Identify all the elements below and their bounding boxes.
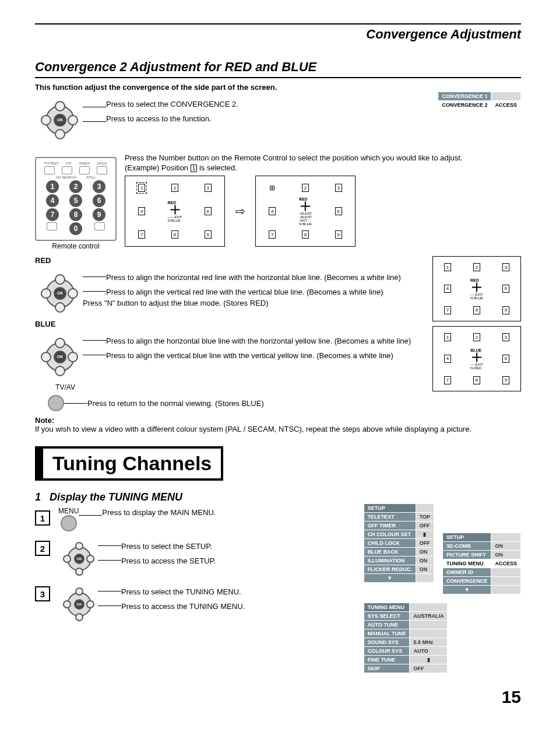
red-instr-3: Press "N" button to adjust the blue mode… [83, 299, 401, 307]
position-grid-after: ⊞23 4 RED–ADJUST–ADJUST–EXITN-BLUE 6 789 [255, 176, 356, 247]
remote-instr-2: (Example) Position 1 is selected. [125, 163, 521, 172]
page-number: 15 [35, 687, 521, 707]
tuning-menu-table: TUNING MENU SYS SELECTAUSTRALIA AUTO TUN… [364, 603, 448, 673]
red-heading: RED [35, 256, 424, 265]
section-1-intro: This function adjust the convergence of … [35, 83, 521, 92]
dpad-icon: OK [62, 585, 94, 622]
substep-3a-instr: Press to select the TUNING MENU. [121, 587, 241, 596]
arrow-right-icon: ⇨ [233, 204, 247, 218]
substep-1-instr: Press to display the MAIN MENU. [102, 508, 216, 517]
tvav-button-icon [48, 395, 64, 411]
remote-instr-1: Press the Number button on the Remote Co… [125, 153, 521, 162]
section-1-title: Convergence 2 Adjustment for RED and BLU… [35, 60, 521, 78]
page-header-title: Convergence Adjustment [35, 27, 521, 42]
blue-instr-2: Press to align the vertical blue line wi… [106, 351, 393, 360]
blue-heading: BLUE [35, 320, 424, 328]
instr-select-conv2: Press to select the CONVERGENCE 2. [106, 100, 238, 108]
blue-adjust-grid: 123 4 BLUE–– EXITN-RED 6 789 [432, 326, 521, 391]
dpad-icon: OK [62, 540, 94, 577]
step-1-title: Display the TUNING MENU [50, 491, 182, 503]
menu-button-icon [61, 515, 77, 531]
substep-2-box: 2 [35, 541, 50, 556]
tvav-label: TV/AV [48, 383, 83, 391]
note-block: Note:If you wish to view a video with a … [35, 416, 521, 433]
step-1-number: 1 [35, 491, 41, 503]
convergence-menu: CONVERGENCE 1 CONVERGENCE 2ACCESS [438, 92, 521, 110]
substep-1-box: 1 [35, 510, 50, 526]
red-instr-1: Press to align the horizontal red line w… [106, 273, 401, 282]
setup-menu-2: SETUP 3D-COMBON PICTURE SHIFTON TUNING M… [442, 533, 521, 594]
setup-menu-1: SETUP TELETEXTTOP OFF TIMEROFF CH COLOUR… [364, 503, 434, 583]
substep-2a-instr: Press to select the SETUP. [121, 542, 212, 551]
menu-label: MENU [58, 507, 79, 515]
dpad-icon: OK [38, 97, 79, 144]
remote-control-diagram: TV/TEXTF.P.INDEXHOLD CH SEARCHSTILL 123 … [35, 157, 117, 241]
blue-instr-1: Press to align the horizontal blue line … [106, 337, 411, 345]
tvav-instr: Press to return to the normal viewing. (… [87, 399, 264, 408]
dpad-icon: OK [38, 334, 79, 381]
substep-2b-instr: Press to access the SETUP. [121, 556, 216, 565]
substep-3b-instr: Press to access the TUNING MENU. [121, 602, 245, 611]
substep-3-box: 3 [35, 586, 50, 601]
position-grid-before: 123 4 RED––– EXITN-BLUE 6 789 [125, 176, 225, 247]
remote-caption: Remote control [35, 242, 117, 250]
red-adjust-grid: 123 4 RED–– EXITN-BLUE 6 789 [432, 256, 521, 321]
red-instr-2: Press to align the vertical red line wit… [106, 288, 383, 296]
dpad-icon: OK [38, 271, 79, 317]
tuning-channels-title-box: Tuning Channels [35, 446, 223, 481]
instr-access-conv2: Press to access to the function. [106, 114, 212, 123]
